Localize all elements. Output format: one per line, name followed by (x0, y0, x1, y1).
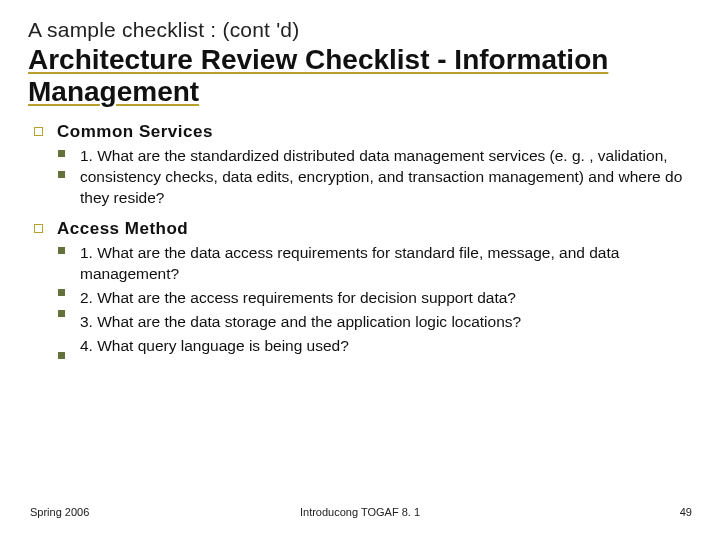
square-outline-icon (34, 127, 43, 136)
section-heading: Common Services (57, 122, 213, 142)
list-item: 2. What are the access requirements for … (80, 288, 692, 309)
slide-supertitle: A sample checklist : (cont 'd) (28, 18, 692, 42)
slide-footer: Spring 2006 Introducong TOGAF 8. 1 49 (0, 506, 720, 518)
slide-title: Architecture Review Checklist - Informat… (28, 44, 692, 108)
list-item: 1. What are the data access requirements… (80, 243, 692, 285)
section-heading: Access Method (57, 219, 188, 239)
square-fill-icon (58, 352, 65, 359)
section: Common Services1. What are the standardi… (34, 122, 692, 209)
square-fill-icon (58, 150, 65, 157)
list-item: 1. What are the standardized distributed… (80, 146, 692, 209)
square-fill-icon (58, 289, 65, 296)
list-item: 3. What are the data storage and the app… (80, 312, 692, 333)
list-item: 4. What query language is being used? (80, 336, 692, 357)
square-fill-icon (58, 171, 65, 178)
square-fill-icon (58, 310, 65, 317)
section: Access Method1. What are the data access… (34, 219, 692, 357)
footer-center: Introducong TOGAF 8. 1 (0, 506, 720, 518)
square-fill-icon (58, 247, 65, 254)
square-outline-icon (34, 224, 43, 233)
